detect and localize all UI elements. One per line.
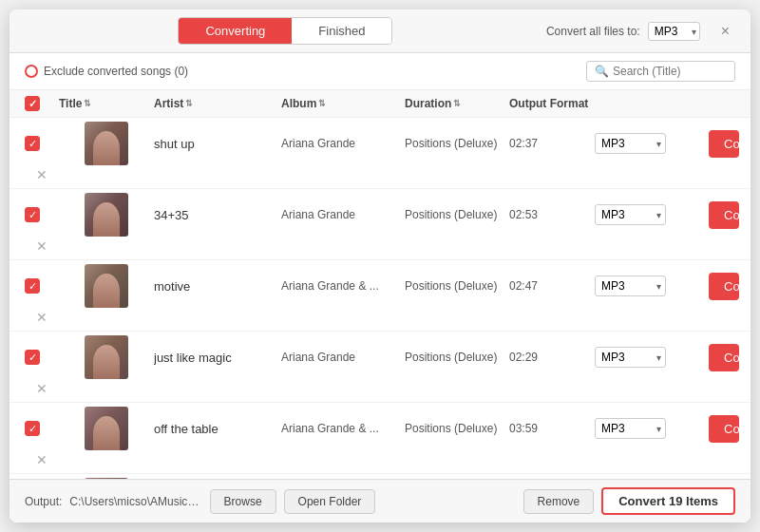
- thumbnail-container: [59, 335, 154, 379]
- album-name: Positions (Deluxe): [405, 208, 509, 221]
- format-select[interactable]: MP3 AAC FLAC WAV: [595, 347, 666, 368]
- format-select[interactable]: MP3 AAC FLAC WAV: [595, 418, 666, 439]
- convert-button[interactable]: Convert: [709, 415, 739, 443]
- table-row: motive Ariana Grande & ... Positions (De…: [10, 260, 750, 332]
- artist-name: Ariana Grande: [281, 351, 405, 364]
- sort-arrows-duration: ⇅: [453, 99, 461, 108]
- format-cell: MP3 AAC FLAC WAV: [595, 418, 709, 439]
- song-title: just like magic: [154, 351, 281, 365]
- duration: 02:37: [509, 137, 595, 150]
- output-path: C:\Users\micso\AMusicSoft ...: [69, 495, 201, 508]
- format-select[interactable]: MP3 AAC FLAC WAV: [595, 204, 666, 225]
- album-name: Positions (Deluxe): [405, 422, 509, 435]
- open-folder-button[interactable]: Open Folder: [284, 489, 376, 514]
- duration: 02:29: [509, 351, 595, 364]
- remove-button[interactable]: Remove: [523, 489, 595, 514]
- browse-button[interactable]: Browse: [210, 489, 276, 514]
- convert-all-format-select[interactable]: MP3 AAC FLAC: [648, 22, 700, 41]
- convert-button[interactable]: Convert: [709, 201, 739, 229]
- convert-all-items-button[interactable]: Convert 19 Items: [601, 487, 735, 515]
- sort-arrows-album: ⇅: [318, 99, 326, 108]
- row-checkbox[interactable]: [25, 136, 40, 151]
- tab-group: Converting Finished: [178, 17, 392, 45]
- col-header-duration[interactable]: Duration ⇅: [405, 97, 509, 110]
- thumbnail: [85, 407, 128, 450]
- exclude-label: Exclude converted songs (0): [44, 65, 188, 78]
- close-button[interactable]: ×: [715, 21, 735, 42]
- format-select-wrapper: MP3 AAC FLAC WAV: [595, 204, 666, 225]
- delete-row-button[interactable]: ✕: [25, 237, 59, 256]
- thumbnail-face: [93, 345, 120, 379]
- song-title: off the table: [154, 422, 281, 436]
- delete-row-button[interactable]: ✕: [25, 165, 59, 184]
- row-checkbox-cell: [25, 207, 59, 222]
- duration: 03:59: [509, 422, 595, 435]
- convert-button[interactable]: Convert: [709, 344, 739, 371]
- row-checkbox-cell: [25, 278, 59, 294]
- format-select[interactable]: MP3 AAC FLAC WAV: [595, 133, 666, 154]
- album-name: Positions (Deluxe): [405, 279, 509, 293]
- artist-name: Ariana Grande & ...: [281, 422, 405, 435]
- song-title: motive: [154, 279, 281, 294]
- exclude-area: Exclude converted songs (0): [25, 65, 188, 78]
- convert-button[interactable]: Convert: [709, 273, 739, 300]
- row-checkbox[interactable]: [25, 421, 40, 436]
- row-checkbox-cell: [25, 136, 59, 151]
- song-title: 34+35: [154, 208, 281, 222]
- circle-icon: [25, 65, 38, 78]
- row-checkbox-cell: [25, 350, 59, 365]
- footer: Output: C:\Users\micso\AMusicSoft ... Br…: [10, 479, 750, 522]
- delete-row-button[interactable]: ✕: [25, 379, 59, 398]
- artist-name: Ariana Grande: [281, 208, 405, 221]
- song-title: shut up: [154, 137, 281, 151]
- convert-all-format-wrapper: MP3 AAC FLAC: [648, 22, 700, 41]
- delete-row-button[interactable]: ✕: [25, 308, 59, 327]
- duration: 02:53: [509, 208, 595, 221]
- thumbnail-face: [93, 202, 120, 237]
- search-input[interactable]: [613, 65, 727, 78]
- artist-name: Ariana Grande: [281, 137, 405, 150]
- thumbnail-container: [59, 122, 154, 165]
- col-header-title[interactable]: Title ⇅: [59, 97, 154, 110]
- table-row: just like magic Ariana Grande Positions …: [10, 332, 750, 403]
- format-select-wrapper: MP3 AAC FLAC WAV: [595, 133, 666, 154]
- thumbnail-face: [93, 274, 120, 308]
- row-checkbox[interactable]: [25, 350, 40, 365]
- delete-row-button[interactable]: ✕: [25, 450, 59, 469]
- tab-finished[interactable]: Finished: [292, 18, 391, 44]
- thumbnail: [85, 335, 128, 379]
- format-select-wrapper: MP3 AAC FLAC WAV: [595, 347, 666, 368]
- table-row: off the table Ariana Grande & ... Positi…: [10, 403, 750, 474]
- thumbnail: [85, 193, 128, 237]
- search-icon: 🔍: [595, 65, 609, 78]
- format-cell: MP3 AAC FLAC WAV: [595, 276, 709, 296]
- table-body: shut up Ariana Grande Positions (Deluxe)…: [10, 118, 750, 479]
- convert-button[interactable]: Convert: [709, 130, 739, 158]
- thumbnail-face: [93, 416, 120, 450]
- thumbnail-container: [59, 407, 154, 450]
- duration: 02:47: [509, 279, 595, 293]
- search-area: 🔍: [586, 61, 735, 82]
- sort-arrows-title: ⇅: [84, 99, 91, 108]
- sort-arrows-artist: ⇅: [185, 99, 193, 108]
- thumbnail-container: [59, 193, 154, 237]
- thumbnail: [85, 478, 128, 479]
- table-header: Title ⇅ Artist ⇅ Album ⇅ Duration ⇅ Outp…: [10, 90, 750, 118]
- header-checkbox[interactable]: [25, 96, 40, 111]
- row-checkbox[interactable]: [25, 207, 40, 222]
- col-header-artist[interactable]: Artist ⇅: [154, 97, 281, 110]
- thumbnail-container: [59, 264, 154, 308]
- toolbar: Exclude converted songs (0) 🔍: [10, 53, 750, 90]
- tab-converting[interactable]: Converting: [179, 18, 292, 44]
- format-cell: MP3 AAC FLAC WAV: [595, 347, 709, 368]
- convert-all-area: Convert all files to: MP3 AAC FLAC ×: [546, 21, 735, 42]
- album-name: Positions (Deluxe): [405, 351, 509, 364]
- format-cell: MP3 AAC FLAC WAV: [595, 204, 709, 225]
- format-select[interactable]: MP3 AAC FLAC WAV: [595, 276, 666, 296]
- col-header-album[interactable]: Album ⇅: [281, 97, 405, 110]
- row-checkbox[interactable]: [25, 278, 40, 294]
- convert-all-label: Convert all files to:: [546, 25, 640, 38]
- col-header-output-format: Output Format: [509, 97, 595, 110]
- table-row: shut up Ariana Grande Positions (Deluxe)…: [10, 118, 750, 189]
- output-label: Output:: [25, 495, 62, 508]
